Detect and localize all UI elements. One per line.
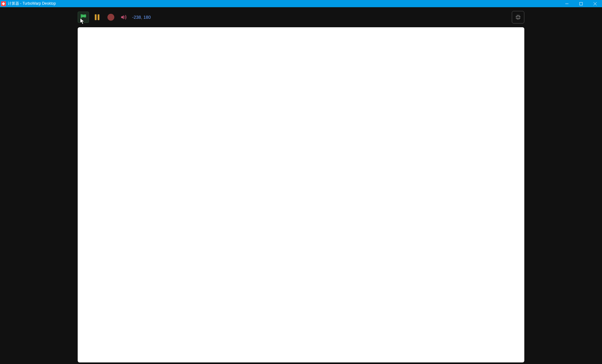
app-icon — [1, 1, 6, 6]
sound-button[interactable] — [119, 12, 128, 23]
close-button[interactable] — [588, 0, 602, 7]
green-flag-icon — [80, 13, 87, 21]
sound-icon — [120, 14, 127, 21]
pause-button[interactable] — [91, 12, 103, 23]
window-title: 计算器 - TurboWarp Desktop — [8, 1, 56, 6]
stop-button[interactable] — [105, 12, 117, 23]
coord-x: -238 — [132, 15, 141, 20]
app-body: -238, 180 — [0, 7, 602, 364]
window-titlebar[interactable]: 计算器 - TurboWarp Desktop — [0, 0, 602, 7]
maximize-button[interactable] — [574, 0, 588, 7]
exit-fullscreen-icon — [515, 14, 521, 20]
green-flag-button[interactable] — [78, 12, 89, 23]
svg-rect-5 — [98, 14, 100, 20]
exit-fullscreen-button[interactable] — [512, 11, 524, 23]
pause-icon — [94, 13, 101, 21]
stage-canvas[interactable] — [78, 27, 524, 362]
window-controls — [560, 0, 602, 7]
stage-toolbar: -238, 180 — [78, 10, 524, 25]
mouse-coordinates: -238, 180 — [132, 15, 151, 20]
svg-rect-1 — [579, 2, 582, 5]
coord-separator: , — [141, 15, 143, 20]
titlebar-left: 计算器 - TurboWarp Desktop — [0, 1, 56, 6]
svg-rect-4 — [95, 14, 97, 20]
coord-y: 180 — [143, 15, 151, 20]
stop-icon — [107, 14, 114, 21]
minimize-button[interactable] — [560, 0, 574, 7]
toolbar-right — [512, 11, 524, 23]
